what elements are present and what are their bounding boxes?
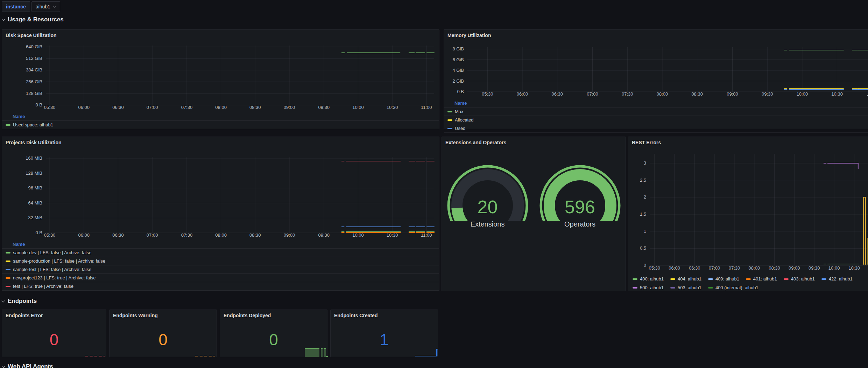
svg-text:128 GiB: 128 GiB [26,91,42,96]
svg-text:08:30: 08:30 [769,265,780,271]
svg-text:10:30: 10:30 [387,105,398,110]
legend-item[interactable]: newproject123 | LFS: true | Archive: fal… [2,273,439,282]
series-swatch-icon [670,278,675,280]
legend-item[interactable]: sample-test | LFS: false | Archive: fals… [2,265,439,273]
panel-title[interactable]: Endpoints Warning [113,313,158,318]
panel-title[interactable]: Projects Disk Utilization [6,140,61,145]
svg-text:0: 0 [644,263,646,268]
series-swatch-icon [784,278,789,280]
legend-name-header[interactable]: Name [444,100,868,107]
series-swatch-icon [633,278,637,280]
legend-item[interactable]: 422: aihub1 [821,275,853,283]
series-swatch-icon [447,111,452,112]
projects-legend: Namesample-dev | LFS: false | Archive: f… [2,241,439,291]
panel-title[interactable]: Memory Utilization [447,33,491,38]
chevron-down-icon [53,4,56,8]
svg-text:8 GiB: 8 GiB [452,46,464,51]
svg-text:08:00: 08:00 [749,265,760,271]
legend-item[interactable]: Allocated [444,116,868,124]
panel-title[interactable]: Endpoints Created [334,313,377,318]
section-title: Web API Agents [8,363,53,368]
svg-text:11:00: 11:00 [421,232,432,238]
memory-chart-canvas[interactable]: 0 B2 GiB4 GiB6 GiB8 GiB05:3006:0006:3007… [444,30,868,100]
panel-title[interactable]: Disk Space Utilization [6,33,56,38]
svg-text:08:30: 08:30 [691,91,703,97]
chevron-down-icon [2,299,5,302]
svg-text:10:30: 10:30 [387,232,398,238]
svg-text:06:30: 06:30 [112,105,124,110]
svg-text:3: 3 [644,160,646,166]
panel-endpoints-warning: Endpoints Warning 0 [109,310,217,357]
panel-endpoints-error: Endpoints Error 0 [2,310,106,357]
legend-item[interactable]: 503: aihub1 [670,284,701,292]
svg-text:4 GiB: 4 GiB [452,68,464,73]
instance-dropdown[interactable]: aihub1 [31,1,60,12]
legend-item-label: sample-production | LFS: false | Archive… [13,258,105,264]
svg-text:64 MiB: 64 MiB [28,200,42,206]
legend-item[interactable]: 409: aihub1 [708,275,739,283]
svg-text:07:30: 07:30 [181,232,193,238]
gauge-operators[interactable]: 596 Operators [538,161,622,228]
legend-item[interactable]: 400: aihub1 [633,275,664,283]
series-swatch-icon [633,287,637,289]
instance-dropdown-value: aihub1 [36,4,50,9]
svg-text:10:00: 10:00 [828,265,840,271]
svg-text:10:30: 10:30 [848,265,860,271]
legend-item[interactable]: 400 (internal): aihub1 [708,284,758,292]
section-web-api-agents[interactable]: Web API Agents [2,363,53,368]
legend-name-header[interactable]: Name [2,241,439,248]
memory-legend: NameMaxAllocatedUsed [444,100,868,133]
legend-item-label: Max [455,109,464,114]
svg-text:10:00: 10:00 [797,91,808,97]
panel-title[interactable]: Endpoints Error [6,313,43,318]
svg-text:05:30: 05:30 [482,91,493,97]
legend-item[interactable]: sample-production | LFS: false | Archive… [2,257,439,265]
section-usage-resources[interactable]: Usage & Resources [2,16,64,23]
legend-item-label: newproject123 | LFS: true | Archive: fal… [13,275,96,280]
legend-item[interactable]: Used [444,124,868,132]
legend-name-header[interactable]: Name [2,113,439,120]
legend-item[interactable]: 401: aihub1 [746,275,777,283]
projects-chart-canvas[interactable]: 0 B32 MiB64 MiB96 MiB128 MiB160 MiB05:30… [2,137,440,241]
disk-chart-canvas[interactable]: 0 B128 GiB256 GiB384 GiB512 GiB640 GiB05… [2,30,440,113]
svg-text:08:00: 08:00 [657,91,668,97]
panel-title[interactable]: REST Errors [632,140,661,145]
svg-text:08:00: 08:00 [215,232,227,238]
stat-value: 0 [2,330,106,349]
legend-item-label: sample-dev | LFS: false | Archive: false [13,250,91,255]
svg-text:08:30: 08:30 [249,105,261,110]
svg-text:09:00: 09:00 [284,232,295,238]
svg-text:07:00: 07:00 [709,265,720,271]
legend-item[interactable]: Max [444,107,868,116]
svg-text:06:00: 06:00 [517,91,528,97]
panel-rest-errors: REST Errors 00.511.522.5305:3006:0006:30… [628,137,868,291]
svg-text:2 GiB: 2 GiB [452,78,464,84]
legend-item-label: 503: aihub1 [678,284,701,292]
legend-item[interactable]: sample-dev | LFS: false | Archive: false [2,248,439,257]
rest-chart-canvas[interactable]: 00.511.522.5305:3006:0006:3007:0007:3008… [628,137,868,274]
svg-text:09:00: 09:00 [789,265,800,271]
gauge-value: 20 [446,196,530,217]
disk-legend: NameUsed space: aihub1 [2,113,439,129]
svg-text:0.5: 0.5 [640,245,646,251]
legend-item[interactable]: Used space: aihub1 [2,120,439,129]
series-swatch-icon [708,287,713,289]
legend-item-label: Used [455,126,465,131]
panel-memory-utilization: Memory Utilization 0 B2 GiB4 GiB6 GiB8 G… [444,29,868,129]
legend-item[interactable]: test | LFS: true | Archive: false [2,282,439,290]
gauge-extensions[interactable]: 20 Extensions [446,161,530,228]
legend-item[interactable]: 500: aihub1 [633,284,664,292]
section-title: Usage & Resources [8,16,64,23]
legend-item[interactable]: 404: aihub1 [670,275,701,283]
legend-item-label: test | LFS: true | Archive: false [13,284,73,289]
svg-text:160 MiB: 160 MiB [26,155,42,161]
panel-title[interactable]: Endpoints Deployed [224,313,271,318]
svg-text:32 MiB: 32 MiB [28,215,42,220]
legend-item-label: 404: aihub1 [678,275,701,283]
svg-text:07:00: 07:00 [147,232,158,238]
legend-item[interactable]: 403: aihub1 [784,275,815,283]
panel-title[interactable]: Extensions and Operators [445,140,506,145]
svg-text:1.5: 1.5 [640,211,646,217]
svg-text:96 MiB: 96 MiB [28,185,42,190]
section-endpoints[interactable]: Endpoints [2,298,37,305]
